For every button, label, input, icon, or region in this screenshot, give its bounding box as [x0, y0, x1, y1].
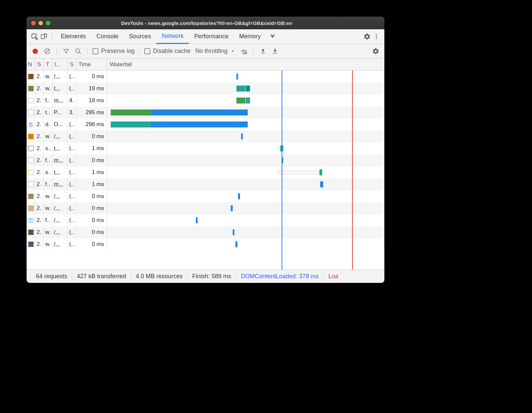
- request-time: 0 ms: [76, 226, 107, 238]
- tab-console[interactable]: Console: [91, 29, 124, 44]
- request-status: 2.: [35, 106, 44, 118]
- request-type: t..: [44, 106, 53, 118]
- request-initiator[interactable]: /...: [53, 71, 68, 83]
- request-initiator[interactable]: t...: [53, 142, 68, 154]
- request-initiator[interactable]: m...: [53, 178, 68, 190]
- request-initiator[interactable]: /...: [53, 202, 68, 214]
- request-waterfall: [107, 190, 384, 202]
- request-initiator[interactable]: P...: [53, 106, 68, 118]
- filter-icon[interactable]: [62, 47, 71, 56]
- inspect-element-icon[interactable]: [30, 32, 39, 41]
- header-size[interactable]: S: [68, 59, 76, 70]
- devtools-window: DevTools - news.google.com/topstories?hl…: [27, 17, 384, 283]
- request-status: 2.: [35, 226, 44, 238]
- svg-point-9: [246, 52, 247, 54]
- request-initiator[interactable]: /...: [53, 130, 68, 142]
- request-row[interactable]: 2. w. t... (.. 19 ms: [27, 83, 384, 95]
- request-icon: [27, 226, 35, 238]
- throttling-dropdown[interactable]: No throttling: [193, 48, 237, 55]
- status-transferred: 427 kB transferred: [72, 273, 131, 280]
- upload-har-icon[interactable]: [258, 47, 268, 56]
- request-size: (..: [68, 178, 76, 190]
- request-row[interactable]: 2. w. /... (.. 0 ms: [27, 226, 384, 238]
- disable-cache-checkbox[interactable]: Disable cache: [144, 48, 191, 55]
- request-table[interactable]: 2. w. /... (.. 0 ms 2. w. t... (.. 19 ms…: [27, 71, 384, 270]
- request-initiator[interactable]: m...: [53, 95, 68, 106]
- request-type: w.: [44, 202, 53, 214]
- request-type: f..: [44, 214, 53, 226]
- request-status: 2.: [35, 142, 44, 154]
- request-row[interactable]: 2. f.. m... (.. 1 ms: [27, 178, 384, 190]
- request-initiator[interactable]: /...: [53, 190, 68, 202]
- header-type[interactable]: T: [44, 59, 53, 70]
- tab-elements[interactable]: Elements: [56, 29, 91, 44]
- header-time[interactable]: Time: [76, 59, 107, 70]
- record-button[interactable]: [31, 47, 40, 56]
- request-status: 2.: [35, 178, 44, 190]
- request-status: 2.: [35, 202, 44, 214]
- request-size: (..: [68, 190, 76, 202]
- request-row[interactable]: 2. f.. m... (.. 0 ms: [27, 154, 384, 166]
- svg-rect-11: [273, 53, 277, 54]
- status-requests: 64 requests: [31, 273, 72, 280]
- request-waterfall: [107, 83, 384, 95]
- request-status: 2.: [35, 190, 44, 202]
- request-initiator[interactable]: /...: [53, 238, 68, 250]
- svg-rect-2: [45, 34, 47, 37]
- request-size: (..: [68, 118, 76, 130]
- tab-network[interactable]: Network: [156, 29, 189, 44]
- request-row[interactable]: T 2. f.. /... (.. 0 ms: [27, 214, 384, 226]
- request-waterfall: [107, 154, 384, 166]
- request-status: 2.: [35, 118, 44, 130]
- request-icon: [27, 130, 35, 142]
- header-name[interactable]: N: [27, 59, 35, 70]
- request-status: 2.: [35, 95, 44, 106]
- header-waterfall[interactable]: Waterfall: [107, 59, 384, 70]
- svg-point-3: [376, 34, 377, 35]
- request-row[interactable]: 2. w. /... (.. 0 ms: [27, 202, 384, 214]
- request-initiator[interactable]: t...: [53, 166, 68, 178]
- request-time: 0 ms: [76, 214, 107, 226]
- request-row[interactable]: 2. w. /... (.. 0 ms: [27, 238, 384, 250]
- network-settings-icon[interactable]: [371, 47, 380, 56]
- request-time: 0 ms: [76, 190, 107, 202]
- request-row[interactable]: 2. t.. P... 3. 295 ms: [27, 106, 384, 118]
- request-time: 1 ms: [76, 166, 107, 178]
- request-row[interactable]: 2. w. /... (.. 0 ms: [27, 71, 384, 83]
- request-type: w.: [44, 71, 53, 83]
- request-time: 295 ms: [76, 106, 107, 118]
- request-size: (..: [68, 71, 76, 83]
- tab-performance[interactable]: Performance: [189, 29, 234, 44]
- request-time: 18 ms: [76, 95, 107, 106]
- request-row[interactable]: 2. d. O... (.. 296 ms: [27, 118, 384, 130]
- status-resources: 4.0 MB resources: [131, 273, 187, 280]
- request-row[interactable]: 2. s.. t... (.. 1 ms: [27, 166, 384, 178]
- settings-icon[interactable]: [362, 32, 372, 41]
- request-status: 2.: [35, 214, 44, 226]
- request-waterfall: [107, 238, 384, 250]
- search-icon[interactable]: [73, 47, 83, 56]
- download-har-icon[interactable]: [270, 47, 280, 56]
- request-row[interactable]: 2. s.. t... (.. 1 ms: [27, 142, 384, 154]
- clear-button[interactable]: [43, 47, 52, 56]
- request-initiator[interactable]: /...: [53, 226, 68, 238]
- request-size: (..: [68, 166, 76, 178]
- header-status[interactable]: S: [35, 59, 44, 70]
- more-tabs-icon[interactable]: [268, 32, 277, 41]
- kebab-menu-icon[interactable]: [372, 32, 381, 41]
- preserve-log-checkbox[interactable]: Preserve log: [92, 48, 135, 55]
- request-initiator[interactable]: t...: [53, 83, 68, 95]
- status-load: Loa: [324, 273, 343, 280]
- request-row[interactable]: 2. w. /... (.. 0 ms: [27, 130, 384, 142]
- request-initiator[interactable]: O...: [53, 118, 68, 130]
- tab-memory[interactable]: Memory: [234, 29, 266, 44]
- device-toggle-icon[interactable]: [39, 32, 49, 41]
- request-initiator[interactable]: m...: [53, 154, 68, 166]
- request-time: 0 ms: [76, 202, 107, 214]
- header-initiator[interactable]: I...: [53, 59, 68, 70]
- request-row[interactable]: 2. w. /... (.. 0 ms: [27, 190, 384, 202]
- tab-sources[interactable]: Sources: [124, 29, 156, 44]
- request-row[interactable]: 2. f.. m... 4. 18 ms: [27, 95, 384, 106]
- request-initiator[interactable]: /...: [53, 214, 68, 226]
- network-conditions-icon[interactable]: [239, 47, 249, 56]
